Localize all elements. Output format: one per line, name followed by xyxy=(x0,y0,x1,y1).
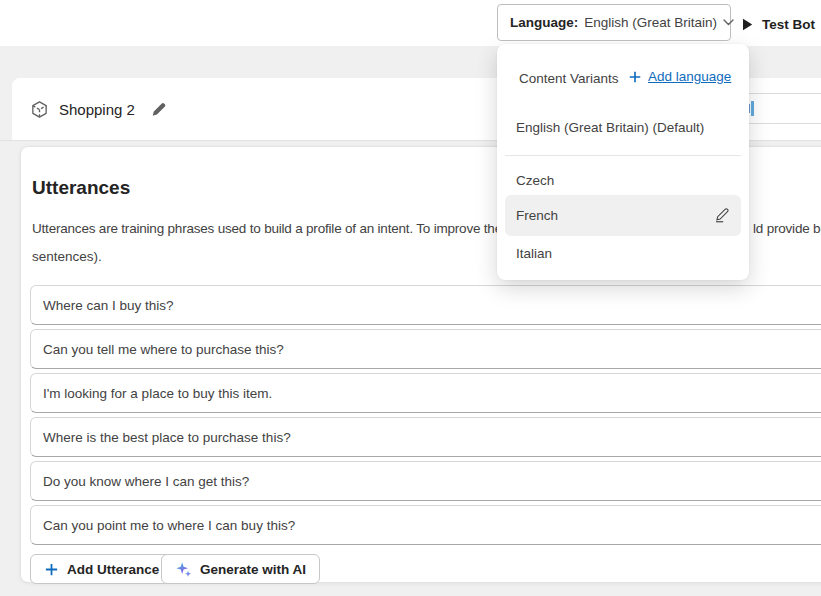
intent-name: Shopping 2 xyxy=(59,101,135,118)
menu-item-french-label: French xyxy=(516,208,558,223)
sparkle-icon xyxy=(175,561,192,578)
plus-icon xyxy=(628,70,642,84)
utterance-input[interactable]: I'm looking for a place to buy this item… xyxy=(30,373,821,413)
add-utterance-button[interactable]: Add Utterance xyxy=(30,554,173,584)
utterance-input[interactable]: Can you tell me where to purchase this? xyxy=(30,329,821,369)
utterances-title: Utterances xyxy=(32,177,130,199)
content-variants-label: Content Variants xyxy=(519,71,619,86)
generate-with-ai-label: Generate with AI xyxy=(200,562,306,577)
generate-with-ai-button[interactable]: Generate with AI xyxy=(161,554,320,584)
utterance-input[interactable]: Where is the best place to purchase this… xyxy=(30,417,821,457)
menu-item-default-language[interactable]: English (Great Britain) (Default) xyxy=(516,120,704,135)
menu-item-italian[interactable]: Italian xyxy=(516,246,552,261)
partial-field-top-border xyxy=(745,93,821,94)
utterances-description-line1-right: ld provide bo xyxy=(753,221,821,236)
intent-title-row: Shopping 2 xyxy=(30,78,166,140)
partial-field-cursor xyxy=(751,101,754,116)
language-menu: Content Variants Add language English (G… xyxy=(497,44,749,280)
app-screen: Shopping 2 el Utterances Utterances are … xyxy=(0,0,821,596)
test-bot-label: Test Bot xyxy=(762,17,815,32)
add-language-button[interactable]: Add language xyxy=(628,69,731,84)
add-utterance-label: Add Utterance xyxy=(67,562,159,577)
utterance-input[interactable]: Can you point me to where I can buy this… xyxy=(30,505,821,545)
partial-field-bottom-border xyxy=(745,123,821,124)
menu-divider xyxy=(505,155,741,156)
edit-language-icon[interactable] xyxy=(712,207,729,224)
language-dropdown-button[interactable]: Language: English (Great Britain) xyxy=(497,4,731,41)
plus-icon xyxy=(44,562,59,577)
intent-cube-icon xyxy=(30,100,49,119)
chevron-down-icon xyxy=(723,19,734,26)
test-bot-button[interactable]: Test Bot xyxy=(742,13,815,35)
utterances-description-line1: Utterances are training phrases used to … xyxy=(32,221,502,236)
add-language-label: Add language xyxy=(648,69,731,84)
play-icon xyxy=(742,18,753,31)
language-value: English (Great Britain) xyxy=(584,15,717,30)
utterance-input[interactable]: Where can I buy this? xyxy=(30,285,821,325)
menu-item-french[interactable]: French xyxy=(505,195,741,236)
utterances-description-line2: sentences). xyxy=(32,249,102,264)
utterance-input[interactable]: Do you know where I can get this? xyxy=(30,461,821,501)
language-label: Language: xyxy=(510,15,578,30)
edit-intent-name-icon[interactable] xyxy=(151,102,166,117)
menu-item-czech[interactable]: Czech xyxy=(516,173,554,188)
